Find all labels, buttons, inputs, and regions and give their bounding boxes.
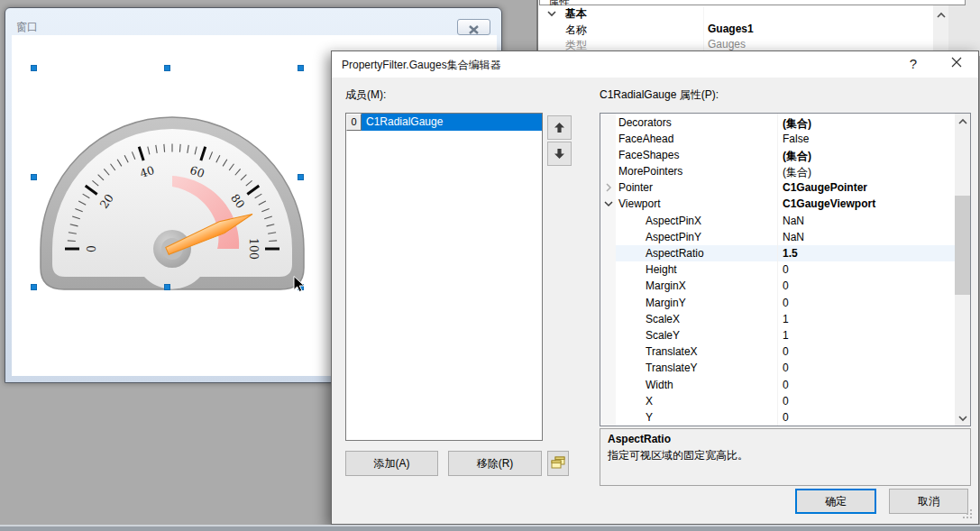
- property-row[interactable]: Width0: [600, 376, 970, 392]
- dialog-property-grid[interactable]: Decorators(集合)FaceAheadFalseFaceShapes(集…: [600, 113, 971, 426]
- column-divider: [777, 114, 778, 426]
- scroll-down-icon[interactable]: [955, 410, 970, 426]
- property-value[interactable]: C1GaugePointer: [783, 181, 867, 194]
- selection-handle[interactable]: [298, 65, 304, 71]
- expand-icon[interactable]: [604, 182, 613, 195]
- property-value[interactable]: 0: [783, 362, 789, 374]
- property-value[interactable]: Gauges: [708, 38, 746, 50]
- property-name[interactable]: Height: [646, 263, 677, 276]
- property-name[interactable]: ScaleY: [646, 329, 680, 342]
- property-row[interactable]: FaceShapes(集合): [600, 146, 970, 162]
- property-value[interactable]: 1: [783, 329, 789, 342]
- selection-handle[interactable]: [298, 174, 304, 180]
- property-value[interactable]: 0: [783, 279, 789, 292]
- selection-handle[interactable]: [31, 174, 37, 180]
- property-name[interactable]: AspectRatio: [646, 247, 704, 260]
- dialog-close-button[interactable]: [943, 56, 970, 74]
- remove-button[interactable]: 移除(R): [448, 451, 542, 476]
- property-value[interactable]: NaN: [783, 215, 804, 227]
- property-row[interactable]: Decorators(集合): [600, 114, 970, 130]
- radial-gauge-control[interactable]: 020406080100: [35, 112, 311, 293]
- property-name[interactable]: Y: [646, 411, 653, 424]
- property-row[interactable]: X0: [600, 392, 970, 408]
- property-row[interactable]: FaceAheadFalse: [600, 130, 970, 146]
- selection-handle[interactable]: [31, 65, 37, 71]
- property-row[interactable]: ViewportC1GaugeViewport: [600, 196, 970, 212]
- designer-close-button[interactable]: [457, 19, 490, 35]
- property-name[interactable]: MorePointers: [618, 165, 682, 178]
- dialog-help-button[interactable]: ?: [900, 56, 927, 74]
- property-row[interactable]: MorePointers(集合): [600, 163, 970, 179]
- property-value[interactable]: 1: [783, 313, 789, 325]
- move-down-button[interactable]: [547, 142, 572, 166]
- property-value[interactable]: 1.5: [783, 247, 798, 260]
- property-name[interactable]: Pointer: [618, 181, 653, 194]
- grid-scrollbar[interactable]: [955, 114, 970, 426]
- property-row[interactable]: TranslateX0: [600, 343, 970, 360]
- property-value[interactable]: 0: [783, 345, 789, 358]
- property-value[interactable]: (集合): [783, 116, 811, 132]
- property-value[interactable]: NaN: [783, 231, 804, 243]
- property-value[interactable]: 0: [783, 411, 789, 424]
- selection-handle[interactable]: [31, 284, 37, 290]
- collapse-icon[interactable]: [547, 7, 556, 20]
- mouse-cursor: [293, 276, 306, 294]
- property-name[interactable]: 名称: [565, 23, 587, 38]
- property-value[interactable]: 0: [783, 297, 789, 309]
- property-value[interactable]: 0: [783, 395, 789, 407]
- property-name[interactable]: AspectPinY: [646, 231, 701, 243]
- members-listbox[interactable]: 0C1RadialGauge: [345, 113, 543, 441]
- property-row[interactable]: PointerC1GaugePointer: [600, 179, 970, 196]
- property-row[interactable]: AspectPinXNaN: [600, 212, 970, 228]
- move-up-button[interactable]: [547, 115, 572, 140]
- property-value[interactable]: 0: [783, 379, 789, 391]
- property-name[interactable]: MarginY: [646, 297, 686, 309]
- scrollbar-thumb[interactable]: [955, 196, 970, 295]
- add-button[interactable]: 添加(A): [345, 451, 438, 476]
- property-row[interactable]: ScaleX1: [600, 310, 970, 326]
- property-row[interactable]: 名称Guages1: [539, 22, 933, 38]
- property-value[interactable]: False: [783, 133, 809, 145]
- property-value[interactable]: 0: [783, 263, 789, 276]
- selection-handle[interactable]: [164, 65, 170, 71]
- row-gutter: [600, 360, 616, 376]
- member-name[interactable]: C1RadialGauge: [362, 114, 542, 131]
- property-row[interactable]: ScaleY1: [600, 326, 970, 343]
- property-name[interactable]: FaceShapes: [618, 149, 679, 161]
- property-name[interactable]: Width: [646, 379, 673, 391]
- property-row[interactable]: Height0: [600, 261, 970, 278]
- resize-grip[interactable]: [963, 509, 974, 520]
- property-value[interactable]: C1GaugeViewport: [783, 197, 875, 210]
- row-gutter: [600, 326, 616, 343]
- property-name[interactable]: TranslateX: [646, 345, 698, 358]
- selection-handle[interactable]: [164, 284, 170, 290]
- ok-button[interactable]: 确定: [795, 489, 876, 514]
- scroll-up-icon[interactable]: [955, 114, 970, 129]
- property-name[interactable]: MarginX: [646, 279, 686, 292]
- property-value[interactable]: (集合): [783, 165, 811, 180]
- property-value[interactable]: (集合): [783, 149, 811, 164]
- collapse-icon[interactable]: [604, 198, 613, 211]
- row-gutter: [600, 146, 616, 162]
- member-list-item[interactable]: 0C1RadialGauge: [346, 114, 542, 131]
- property-row[interactable]: MarginX0: [600, 278, 970, 294]
- scroll-up-icon[interactable]: [933, 7, 948, 23]
- property-row[interactable]: Y0: [600, 408, 970, 425]
- property-name[interactable]: FaceAhead: [618, 133, 673, 145]
- category-row[interactable]: 基本: [539, 5, 933, 22]
- property-name[interactable]: Decorators: [618, 116, 672, 129]
- property-row[interactable]: AspectPinYNaN: [600, 228, 970, 244]
- property-name[interactable]: TranslateY: [646, 362, 698, 374]
- property-name[interactable]: AspectPinX: [646, 215, 701, 227]
- property-row[interactable]: TranslateY0: [600, 360, 970, 376]
- property-row[interactable]: MarginY0: [600, 294, 970, 310]
- cancel-button[interactable]: 取消: [889, 489, 968, 514]
- dialog-titlebar[interactable]: PropertyFilter.Gauges集合编辑器 ?: [332, 51, 978, 78]
- property-name[interactable]: ScaleX: [646, 313, 680, 325]
- properties-scrollbar[interactable]: [933, 5, 948, 56]
- property-pages-button[interactable]: [547, 451, 569, 476]
- property-name[interactable]: Viewport: [618, 197, 660, 210]
- property-row[interactable]: AspectRatio1.5: [600, 245, 970, 261]
- property-value[interactable]: Guages1: [708, 23, 754, 35]
- property-name[interactable]: X: [646, 395, 653, 407]
